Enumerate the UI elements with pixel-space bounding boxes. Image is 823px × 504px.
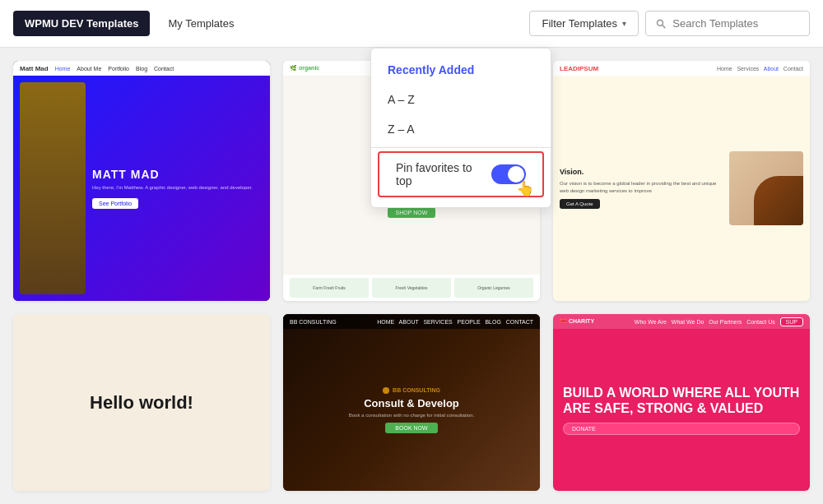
template-card-charity: 🎀 CHARITY Who We Are What We Do Our Part…: [553, 314, 810, 491]
pin-favorites-row: Pin favorites to top 👆: [378, 151, 544, 197]
thumb-headline: MATT MAD: [92, 168, 253, 181]
template-thumb-business[interactable]: BB CONSULTING HOME ABOUT SERVICES PEOPLE…: [283, 314, 540, 491]
chevron-down-icon: ▾: [622, 19, 626, 28]
thumb-person-image: [20, 82, 86, 294]
thumb-agency-eyebrow: Vision.: [560, 168, 723, 178]
thumb-vanilla-text: Hello world!: [90, 392, 193, 414]
pin-favorites-toggle[interactable]: 👆: [491, 164, 526, 184]
thumb-business-headline: Consult & Develop: [364, 397, 459, 409]
thumb-business-content: BB CONSULTING Consult & Develop Book a c…: [283, 329, 540, 491]
thumb-nav-freelancer: Matt Mad Home About Me Portfolio Blog Co…: [13, 61, 270, 76]
sort-a-to-z[interactable]: A – Z: [371, 85, 551, 114]
thumb-agency-body: Our vision is to become a global leader …: [560, 180, 723, 194]
thumb-organic-cta: SHOP NOW: [388, 207, 436, 218]
cursor-icon: 👆: [516, 179, 534, 197]
thumb-hero-agency: Vision. Our vision is to become a global…: [553, 76, 810, 301]
template-card-business: BB CONSULTING HOME ABOUT SERVICES PEOPLE…: [283, 314, 540, 491]
thumb-business-subtext: Book a consultation with no charge for i…: [349, 413, 474, 418]
template-card-agency: LEADIPSUM Home Services About Contact Vi…: [553, 61, 810, 301]
thumb-products-row: Farm Fresh Fruits Fresh Vegetables Organ…: [283, 275, 540, 301]
template-thumb-agency[interactable]: LEADIPSUM Home Services About Contact Vi…: [553, 61, 810, 301]
thumb-business-nav: BB CONSULTING HOME ABOUT SERVICES PEOPLE…: [283, 314, 540, 329]
thumb-subtext: Hey there, I'm Matthew. A graphic design…: [92, 184, 253, 191]
thumb-hero-freelancer: MATT MAD Hey there, I'm Matthew. A graph…: [13, 76, 270, 301]
sort-dropdown: Recently Added A – Z Z – A Pin favorites…: [370, 48, 551, 208]
thumb-business-cta: BOOK NOW: [385, 423, 437, 433]
thumb-agency-cta: Get A Quote: [560, 199, 600, 209]
template-thumb-vanilla[interactable]: Hello world!: [13, 314, 270, 491]
thumb-product-3: Organic Legumes: [454, 278, 533, 298]
thumb-charity-cta: DONATE: [563, 423, 800, 435]
pin-favorites-label: Pin favorites to top: [396, 161, 481, 187]
template-thumb-freelancer[interactable]: Matt Mad Home About Me Portfolio Blog Co…: [13, 61, 270, 301]
search-input[interactable]: [672, 17, 799, 30]
thumb-charity-nav: 🎀 CHARITY Who We Are What We Do Our Part…: [553, 314, 810, 329]
thumb-hero-text: MATT MAD Hey there, I'm Matthew. A graph…: [92, 168, 253, 208]
template-thumb-charity[interactable]: 🎀 CHARITY Who We Are What We Do Our Part…: [553, 314, 810, 491]
thumb-charity-content: BUILD A WORLD WHERE ALL YOUTH ARE SAFE, …: [553, 329, 810, 491]
template-card-vanilla: Hello world! ☆ Vanilla G: [13, 314, 270, 491]
thumb-charity-headline: BUILD A WORLD WHERE ALL YOUTH ARE SAFE, …: [563, 385, 800, 416]
sort-z-to-a[interactable]: Z – A: [371, 114, 551, 144]
filter-templates-button[interactable]: Filter Templates ▾: [529, 11, 639, 36]
thumb-nav-agency: LEADIPSUM Home Services About Contact: [553, 61, 810, 76]
template-card-freelancer: Matt Mad Home About Me Portfolio Blog Co…: [13, 61, 270, 301]
search-icon: [656, 18, 666, 30]
header: WPMU DEV Templates My Templates Filter T…: [0, 0, 823, 48]
thumb-product-1: Farm Fresh Fruits: [290, 278, 369, 298]
thumb-business-brand: BB CONSULTING: [290, 319, 337, 325]
svg-line-1: [663, 25, 665, 27]
dropdown-divider: [371, 147, 551, 148]
thumb-agency-text: Vision. Our vision is to become a global…: [560, 168, 723, 208]
sort-recently-added[interactable]: Recently Added: [371, 55, 551, 85]
thumb-cta: See Portfolio: [92, 198, 138, 209]
thumb-agency-image: [729, 151, 803, 225]
tab-my-templates[interactable]: My Templates: [156, 11, 245, 36]
filter-label: Filter Templates: [542, 17, 617, 30]
search-box[interactable]: [645, 11, 810, 36]
tab-wpmu-templates[interactable]: WPMU DEV Templates: [13, 11, 150, 36]
thumb-product-2: Fresh Vegetables: [372, 278, 451, 298]
